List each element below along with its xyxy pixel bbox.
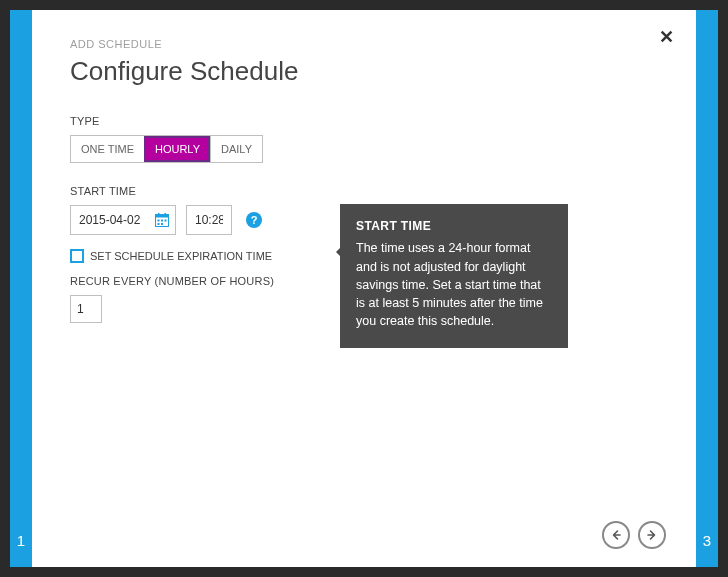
time-input-wrap: [186, 205, 232, 235]
time-input[interactable]: [187, 206, 231, 234]
arrow-left-icon: [610, 529, 622, 541]
svg-rect-4: [158, 220, 160, 222]
type-option-daily[interactable]: DAILY: [210, 136, 262, 162]
help-icon[interactable]: ?: [246, 212, 262, 228]
svg-rect-5: [161, 220, 163, 222]
step-number-right: 3: [696, 532, 718, 549]
start-time-tooltip: START TIME The time uses a 24-hour forma…: [340, 204, 568, 348]
date-input[interactable]: [71, 206, 149, 234]
svg-rect-6: [165, 220, 167, 222]
dialog-frame: 1 ✕ ADD SCHEDULE Configure Schedule TYPE…: [0, 0, 728, 577]
back-button[interactable]: [602, 521, 630, 549]
step-number-left: 1: [10, 532, 32, 549]
svg-rect-8: [161, 223, 163, 225]
svg-rect-3: [165, 213, 167, 216]
page-title: Configure Schedule: [70, 56, 658, 87]
type-option-one-time[interactable]: ONE TIME: [71, 136, 144, 162]
svg-rect-1: [156, 215, 169, 218]
expiration-checkbox[interactable]: [70, 249, 84, 263]
step-band-left[interactable]: 1: [10, 10, 32, 567]
type-label: TYPE: [70, 115, 658, 127]
svg-rect-2: [158, 213, 160, 216]
tooltip-title: START TIME: [356, 218, 552, 235]
calendar-icon[interactable]: [149, 206, 175, 234]
step-band-right[interactable]: 3: [696, 10, 718, 567]
recur-input[interactable]: [70, 295, 102, 323]
arrow-right-icon: [646, 529, 658, 541]
expiration-label: SET SCHEDULE EXPIRATION TIME: [90, 250, 272, 262]
type-option-hourly[interactable]: HOURLY: [144, 136, 210, 162]
svg-rect-7: [158, 223, 160, 225]
breadcrumb: ADD SCHEDULE: [70, 38, 658, 50]
nav-arrows: [602, 521, 666, 549]
start-time-label: START TIME: [70, 185, 658, 197]
tooltip-body: The time uses a 24-hour format and is no…: [356, 239, 552, 330]
next-button[interactable]: [638, 521, 666, 549]
main-panel: ✕ ADD SCHEDULE Configure Schedule TYPE O…: [32, 10, 696, 567]
close-button[interactable]: ✕: [659, 26, 674, 48]
date-input-wrap: [70, 205, 176, 235]
type-selector: ONE TIME HOURLY DAILY: [70, 135, 263, 163]
